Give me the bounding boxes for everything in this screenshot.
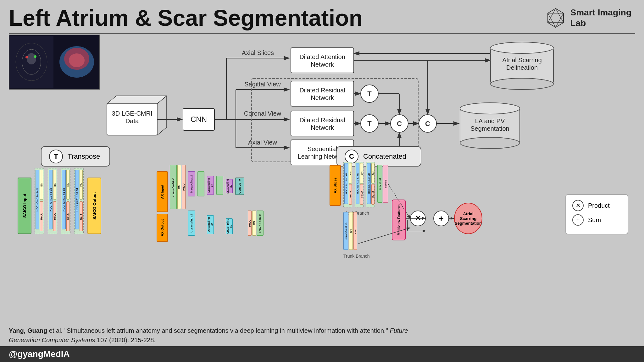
bn-dec: BN	[252, 211, 256, 236]
saico-output-block: SAICO Output	[87, 178, 101, 234]
svg-text:Network: Network	[311, 94, 334, 101]
svg-point-17	[69, 53, 85, 67]
product-icon: ✕	[572, 200, 584, 211]
trunk-bn: BN	[349, 212, 353, 250]
enc-block3	[216, 176, 223, 195]
svg-rect-42	[291, 81, 354, 106]
upsample2: Upsampling x2	[207, 215, 214, 234]
logo-text: Smart ImagingLab	[570, 7, 631, 28]
hdc-mask-d2: HDC-k3-n12-s1·d2	[356, 163, 359, 204]
conv-lstm: ConvLSTM	[235, 178, 244, 195]
sum-icon: +	[572, 214, 584, 226]
trunk-relu: ReLU	[353, 212, 357, 250]
bn-d3: BN	[66, 170, 69, 200]
svg-point-77	[460, 137, 520, 149]
multiview-features: Multiview Features	[392, 200, 406, 240]
svg-text:Network: Network	[311, 61, 334, 68]
svg-text:Atrial Scarring: Atrial Scarring	[502, 57, 542, 63]
svg-text:Coronal View: Coronal View	[244, 110, 281, 117]
trunk-conv: conv·k3-n12·s1	[343, 212, 348, 250]
relu-mask-d2: ReLU	[360, 184, 363, 205]
relu-d3: ReLU	[66, 201, 69, 231]
bn-mask-d1: BN	[349, 163, 352, 184]
bn-mask-d3: BN	[371, 163, 375, 184]
product-label: Product	[588, 202, 610, 209]
maxpool2: Maxpooling x2	[207, 176, 214, 195]
sum-circle: +	[433, 211, 449, 226]
enc-block2	[197, 171, 204, 196]
sigmoid-block: sigmoid	[383, 165, 388, 203]
footer: @gyangMedIA	[0, 346, 644, 362]
hdc-mask-d1-group: HDC-k3-n12-s1·d1 BN ReLU	[343, 162, 352, 207]
hdc-d4-group: HDC-k3-n12-s1·d4 BN ReLU	[74, 168, 84, 234]
svg-text:Delineation: Delineation	[506, 64, 538, 71]
hdc-d3-group: HDC-k3-n12-s1·d3 BN ReLU	[61, 168, 70, 234]
svg-rect-51	[291, 48, 354, 73]
product-circle: ✕	[410, 211, 426, 226]
hdc-mask-d1: HDC-k3-n12-s1·d1	[344, 163, 348, 204]
svg-point-76	[460, 103, 520, 114]
trunk-branch-label: Trunk Branch	[343, 254, 370, 259]
logo-icon	[545, 7, 567, 29]
svg-text:Axial View: Axial View	[248, 139, 277, 146]
relu-d1: ReLU	[40, 201, 43, 231]
svg-text:CNN: CNN	[191, 115, 207, 123]
hdc-d2-block: HDC-k3-n12-s1·d2	[49, 170, 53, 229]
hdc-d1-group: HDC-k3-n12-s1·d1 BN ReLU	[35, 168, 44, 234]
svg-text:Dilated Residual: Dilated Residual	[299, 87, 345, 94]
conv-a3-n16-s1-block: conv·a3-n16·s1	[170, 165, 177, 209]
svg-text:Dilated Attention: Dilated Attention	[299, 53, 345, 60]
product-row: ✕ Product	[572, 200, 621, 211]
hdc-d1-block: HDC-k3-n12-s1·d1	[36, 170, 39, 229]
footer-handle: @gyangMedIA	[9, 349, 70, 359]
bottom-diagram: SAICO Input HDC-k3-n12-s1·d1 BN ReLU HDC…	[9, 159, 635, 259]
svg-text:Network: Network	[311, 124, 334, 131]
atrial-seg-output: Atrial Scarring Segmentation	[454, 203, 482, 234]
ax-output-block: AX Output	[157, 214, 168, 242]
bn-d1: BN	[40, 170, 43, 200]
relu-dec: ReLU	[248, 211, 252, 236]
svg-text:Segmentation: Segmentation	[470, 125, 509, 132]
maxpool3: Maxpooling x2	[226, 179, 233, 193]
svg-text:Dilated Residual: Dilated Residual	[299, 117, 345, 123]
ax-slices-block: AX Slices	[330, 165, 341, 206]
svg-point-14	[34, 55, 36, 58]
svg-text:Sagittal View: Sagittal View	[244, 81, 281, 88]
relu-d4: ReLU	[80, 201, 83, 231]
svg-point-81	[491, 42, 553, 53]
conv-dec: conv·a3-n16·s1	[257, 211, 264, 236]
attention-section: AX Slices HDC-k3-n12-s1·d1 BN ReLU HDC-k…	[330, 162, 587, 253]
svg-text:T: T	[367, 90, 372, 98]
mri-image	[9, 35, 100, 90]
product-sum-legend: ✕ Product + Sum	[565, 194, 628, 234]
bn-d2: BN	[53, 170, 56, 200]
ax-input-block: AX Input	[157, 171, 168, 212]
svg-point-12	[27, 53, 36, 64]
conv-k1-n1: conv·k1-n1	[377, 165, 382, 203]
citation: Yang, Guang et al. "Simultaneous left at…	[9, 326, 635, 345]
hdc-d2-group: HDC-k3-n12-s1·d2 BN ReLU	[48, 168, 57, 234]
bn-mask-d2: BN	[360, 163, 363, 184]
upsample1: Upsampling x2	[188, 211, 195, 236]
upsample3: Upsampling x2	[226, 218, 233, 234]
sum-label: Sum	[588, 217, 601, 224]
svg-text:3D LGE-CMRI: 3D LGE-CMRI	[112, 110, 153, 117]
citation-text: Yang, Guang et al. "Simultaneous left at…	[9, 327, 408, 343]
hdc-mask-d3: HDC-k3-n12-s1·d3	[367, 163, 371, 204]
svg-text:LA and PV: LA and PV	[475, 118, 505, 124]
svg-text:Axial Slices: Axial Slices	[242, 49, 274, 56]
svg-marker-23	[107, 96, 167, 104]
page-title: Left Atrium & Scar Segmentation	[9, 6, 635, 30]
bn-d4: BN	[80, 170, 83, 200]
relu-mask-d3: ReLU	[371, 184, 375, 205]
title-area: Left Atrium & Scar Segmentation	[9, 6, 635, 34]
relu-enc: ReLU	[182, 165, 186, 209]
logo-area: Smart ImagingLab	[545, 7, 631, 29]
saico-input-block: SAICO Input	[18, 178, 31, 234]
hdc-d3-block: HDC-k3-n12-s1·d3	[62, 170, 66, 229]
svg-point-82	[491, 78, 553, 90]
svg-text:T: T	[367, 120, 372, 128]
saico-section: SAICO Input HDC-k3-n12-s1·d1 BN ReLU HDC…	[18, 168, 150, 250]
hdc-mask-d2-group: HDC-k3-n12-s1·d2 BN ReLU	[355, 162, 364, 207]
bn-enc: BN	[177, 165, 181, 209]
